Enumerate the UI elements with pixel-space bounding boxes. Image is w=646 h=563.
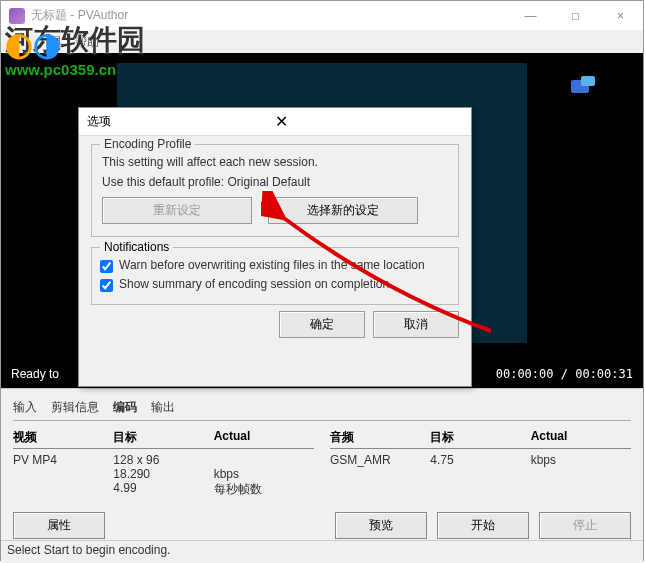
cell: [13, 467, 113, 481]
warn-checkbox-row[interactable]: Warn before overwriting existing files i…: [100, 258, 450, 273]
cell: 128 x 96: [113, 453, 213, 467]
summary-label: Show summary of encoding session on comp…: [119, 277, 392, 291]
cancel-button[interactable]: 取消: [373, 311, 459, 338]
cell: [13, 481, 113, 498]
cell: PV MP4: [13, 453, 113, 467]
reset-button[interactable]: 重新设定: [102, 197, 252, 224]
watermark-url: www.pc0359.cn: [5, 61, 145, 78]
preview-button[interactable]: 预览: [335, 512, 427, 539]
col-actual: Actual: [214, 429, 314, 446]
close-button[interactable]: ×: [598, 1, 643, 31]
dialog-close-button[interactable]: ✕: [269, 112, 463, 131]
warn-checkbox[interactable]: [100, 260, 113, 273]
tab-input[interactable]: 输入: [13, 399, 37, 416]
tab-encode[interactable]: 编码: [113, 399, 137, 416]
watermark-logo-icon: ◐◑: [5, 25, 61, 63]
dialog-titlebar: 选项 ✕: [79, 108, 471, 136]
watermark: ◐◑ 河东软件园 www.pc0359.cn: [5, 21, 145, 78]
properties-button[interactable]: 属性: [13, 512, 105, 539]
group-legend: Encoding Profile: [100, 137, 195, 151]
maximize-button[interactable]: □: [553, 1, 598, 31]
bottom-statusbar: Select Start to begin encoding.: [1, 540, 643, 560]
tabs: 输入 剪辑信息 编码 输出: [13, 399, 631, 421]
cell: [214, 453, 314, 467]
tab-clipinfo[interactable]: 剪辑信息: [51, 399, 99, 416]
time-display: 00:00:00 / 00:00:31: [496, 367, 633, 381]
col-video: 视频: [13, 429, 113, 446]
start-button[interactable]: 开始: [437, 512, 529, 539]
summary-checkbox-row[interactable]: Show summary of encoding session on comp…: [100, 277, 450, 292]
group-legend: Notifications: [100, 240, 173, 254]
col-target: 目标: [430, 429, 530, 446]
encoding-text2: Use this default profile: Original Defau…: [102, 175, 448, 189]
audio-info-block: 音频 目标 Actual GSM_AMR 4.75 kbps: [330, 429, 631, 498]
notifications-group: Notifications Warn before overwriting ex…: [91, 247, 459, 305]
cell: 4.75: [430, 453, 530, 467]
options-dialog: 选项 ✕ Encoding Profile This setting will …: [78, 107, 472, 387]
encoding-profile-group: Encoding Profile This setting will affec…: [91, 144, 459, 237]
minimize-button[interactable]: —: [508, 1, 553, 31]
summary-checkbox[interactable]: [100, 279, 113, 292]
tab-output[interactable]: 输出: [151, 399, 175, 416]
lower-panel: 输入 剪辑信息 编码 输出 视频 目标 Actual PV MP4 128 x …: [1, 388, 643, 563]
cell: 18.290: [113, 467, 213, 481]
col-target: 目标: [113, 429, 213, 446]
col-actual: Actual: [531, 429, 631, 446]
cell: 每秒帧数: [214, 481, 314, 498]
ok-button[interactable]: 确定: [279, 311, 365, 338]
encoding-text1: This setting will affect each new sessio…: [102, 155, 448, 169]
warn-label: Warn before overwriting existing files i…: [119, 258, 425, 272]
video-info-block: 视频 目标 Actual PV MP4 128 x 96 18.290 kbps…: [13, 429, 314, 498]
cell: kbps: [214, 467, 314, 481]
monitor-icon: [571, 76, 595, 94]
col-audio: 音频: [330, 429, 430, 446]
stop-button[interactable]: 停止: [539, 512, 631, 539]
cell: 4.99: [113, 481, 213, 498]
cell: kbps: [531, 453, 631, 467]
cell: GSM_AMR: [330, 453, 430, 467]
dialog-title: 选项: [87, 113, 269, 130]
select-new-button[interactable]: 选择新的设定: [268, 197, 418, 224]
